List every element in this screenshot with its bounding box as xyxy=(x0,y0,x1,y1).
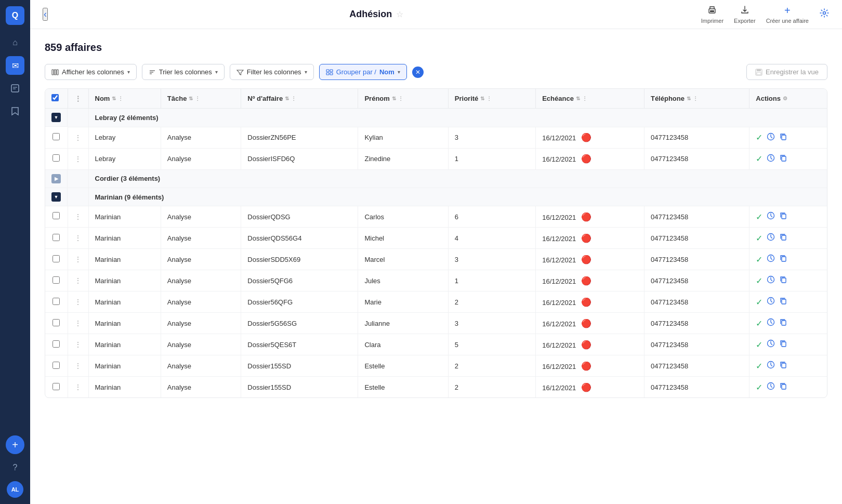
th-nom-sort-icon[interactable]: ⇅ xyxy=(112,96,116,101)
th-echeance[interactable]: Echéance ⇅ ⋮ xyxy=(536,89,644,109)
history-action-icon[interactable] xyxy=(767,211,775,222)
sidebar-item-inbox[interactable]: ✉ xyxy=(6,56,24,75)
row-checkbox-cell[interactable] xyxy=(45,334,68,355)
help-icon[interactable]: ? xyxy=(6,458,24,477)
row-menu-cell[interactable]: ⋮ xyxy=(68,334,88,355)
copy-action-icon[interactable] xyxy=(779,233,787,243)
row-checkbox[interactable] xyxy=(52,276,60,284)
confirm-action-icon[interactable]: ✓ xyxy=(756,276,762,286)
copy-action-icon[interactable] xyxy=(779,132,787,143)
row-checkbox[interactable] xyxy=(52,383,60,390)
row-menu-cell[interactable]: ⋮ xyxy=(68,291,88,313)
history-action-icon[interactable] xyxy=(767,154,775,164)
sidebar-item-home[interactable]: ⌂ xyxy=(6,33,24,52)
row-dots-icon[interactable]: ⋮ xyxy=(74,340,82,349)
confirm-action-icon[interactable]: ✓ xyxy=(756,361,762,371)
row-checkbox[interactable] xyxy=(52,212,60,219)
confirm-action-icon[interactable]: ✓ xyxy=(756,340,762,350)
th-tache[interactable]: Tâche ⇅ ⋮ xyxy=(161,89,241,109)
confirm-action-icon[interactable]: ✓ xyxy=(756,382,762,392)
row-checkbox-cell[interactable] xyxy=(45,148,68,169)
row-checkbox-cell[interactable] xyxy=(45,127,68,148)
th-prenom[interactable]: Prénom ⇅ ⋮ xyxy=(358,89,448,109)
row-dots-icon[interactable]: ⋮ xyxy=(74,155,82,163)
row-menu-cell[interactable]: ⋮ xyxy=(68,313,88,334)
row-checkbox[interactable] xyxy=(52,362,60,369)
group-toggle-cell[interactable]: ▼ xyxy=(45,109,68,127)
row-menu-cell[interactable]: ⋮ xyxy=(68,206,88,228)
row-checkbox-cell[interactable] xyxy=(45,228,68,249)
row-checkbox-cell[interactable] xyxy=(45,249,68,270)
row-dots-icon[interactable]: ⋮ xyxy=(74,134,82,142)
history-action-icon[interactable] xyxy=(767,254,775,264)
row-checkbox[interactable] xyxy=(52,319,60,326)
row-dots-icon[interactable]: ⋮ xyxy=(74,213,82,221)
confirm-action-icon[interactable]: ✓ xyxy=(756,233,762,243)
row-menu-cell[interactable]: ⋮ xyxy=(68,127,88,148)
row-dots-icon[interactable]: ⋮ xyxy=(74,255,82,263)
th-tache-sort-icon[interactable]: ⇅ xyxy=(189,96,193,101)
row-checkbox[interactable] xyxy=(52,298,60,305)
sidebar-item-reports[interactable] xyxy=(6,79,24,98)
th-dossier[interactable]: Nº d'affaire ⇅ ⋮ xyxy=(241,89,358,109)
history-action-icon[interactable] xyxy=(767,318,775,328)
group-toggle-icon[interactable]: ▼ xyxy=(51,113,61,122)
history-action-icon[interactable] xyxy=(767,297,775,307)
row-checkbox-cell[interactable] xyxy=(45,355,68,377)
th-prenom-sort-icon[interactable]: ⇅ xyxy=(392,96,396,101)
row-checkbox-cell[interactable] xyxy=(45,291,68,313)
copy-action-icon[interactable] xyxy=(779,254,787,264)
copy-action-icon[interactable] xyxy=(779,318,787,328)
th-select-all[interactable] xyxy=(45,89,68,109)
copy-action-icon[interactable] xyxy=(779,211,787,222)
sort-columns-button[interactable]: Trier les colonnes ▾ xyxy=(142,64,225,80)
row-checkbox[interactable] xyxy=(52,154,60,162)
sidebar-item-bookmark[interactable] xyxy=(6,102,24,121)
row-menu-cell[interactable]: ⋮ xyxy=(68,355,88,377)
history-action-icon[interactable] xyxy=(767,275,775,286)
confirm-action-icon[interactable]: ✓ xyxy=(756,154,762,164)
row-checkbox[interactable] xyxy=(52,340,60,348)
copy-action-icon[interactable] xyxy=(779,361,787,371)
row-menu-cell[interactable]: ⋮ xyxy=(68,249,88,270)
group-by-button[interactable]: Grouper par / Nom ▾ xyxy=(319,64,407,80)
th-telephone-sort-icon[interactable]: ⇅ xyxy=(687,96,691,101)
favorite-star-icon[interactable]: ☆ xyxy=(396,9,403,19)
avatar[interactable]: AL xyxy=(7,481,23,498)
row-checkbox[interactable] xyxy=(52,234,60,241)
create-deal-button[interactable]: + Créer une affaire xyxy=(766,5,809,24)
row-menu-cell[interactable]: ⋮ xyxy=(68,228,88,249)
confirm-action-icon[interactable]: ✓ xyxy=(756,297,762,307)
history-action-icon[interactable] xyxy=(767,132,775,143)
show-columns-button[interactable]: Afficher les colonnes ▾ xyxy=(45,64,137,80)
copy-action-icon[interactable] xyxy=(779,297,787,307)
th-actions-settings-icon[interactable]: ⚙ xyxy=(783,96,787,101)
th-priorite-sort-icon[interactable]: ⇅ xyxy=(480,96,484,101)
th-nom-menu-icon[interactable]: ⋮ xyxy=(118,96,123,101)
row-dots-icon[interactable]: ⋮ xyxy=(74,234,82,242)
copy-action-icon[interactable] xyxy=(779,154,787,164)
group-toggle-icon[interactable]: ▶ xyxy=(51,174,61,183)
print-button[interactable]: Imprimer xyxy=(701,5,723,24)
th-telephone-menu-icon[interactable]: ⋮ xyxy=(693,96,698,101)
row-menu-cell[interactable]: ⋮ xyxy=(68,270,88,291)
row-dots-icon[interactable]: ⋮ xyxy=(74,298,82,306)
row-dots-icon[interactable]: ⋮ xyxy=(74,276,82,285)
group-toggle-icon[interactable]: ▼ xyxy=(51,192,61,202)
app-logo[interactable]: Q xyxy=(6,6,24,25)
row-checkbox-cell[interactable] xyxy=(45,206,68,228)
th-priorite[interactable]: Priorité ⇅ ⋮ xyxy=(448,89,535,109)
copy-action-icon[interactable] xyxy=(779,382,787,392)
th-tache-menu-icon[interactable]: ⋮ xyxy=(195,96,200,101)
row-menu-cell[interactable]: ⋮ xyxy=(68,377,88,398)
row-checkbox[interactable] xyxy=(52,133,60,140)
th-telephone[interactable]: Téléphone ⇅ ⋮ xyxy=(644,89,749,109)
th-prenom-menu-icon[interactable]: ⋮ xyxy=(398,96,403,101)
confirm-action-icon[interactable]: ✓ xyxy=(756,319,762,328)
group-toggle-cell[interactable]: ▶ xyxy=(45,170,68,188)
copy-action-icon[interactable] xyxy=(779,339,787,350)
history-action-icon[interactable] xyxy=(767,233,775,243)
th-dossier-menu-icon[interactable]: ⋮ xyxy=(291,96,296,101)
row-dots-icon[interactable]: ⋮ xyxy=(74,362,82,370)
history-action-icon[interactable] xyxy=(767,361,775,371)
